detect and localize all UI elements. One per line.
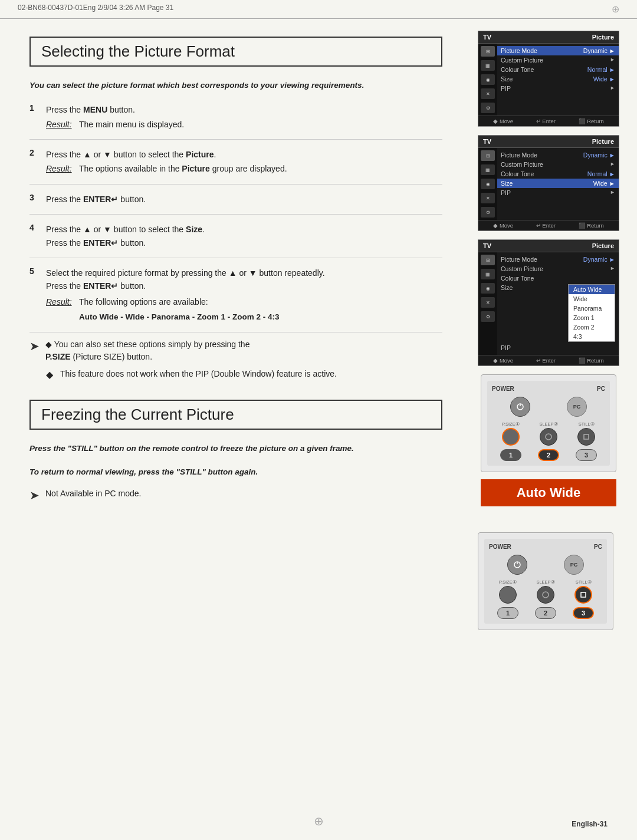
remote-1-power-btn[interactable] — [510, 397, 530, 417]
remote-2-num-3[interactable]: 3 — [573, 607, 594, 619]
remote-2-pc-label: PC — [594, 543, 602, 550]
tv-menu-2-tv-label: TV — [483, 138, 491, 145]
remote-2-num-1[interactable]: 1 — [497, 607, 518, 619]
svg-rect-7 — [581, 592, 586, 597]
remote-2-btn-row: P.SIZE① SLEEP② STILL③ — [489, 579, 602, 604]
dropdown-option-zoom2: Zoom 2 — [569, 322, 615, 332]
tv-menu2-icon-5: ⚙ — [481, 207, 495, 218]
remote-1-sleep-group: SLEEP② — [539, 421, 557, 446]
step-1-result-label: Result: — [46, 118, 74, 131]
remote-1: POWER PC PC — [481, 374, 616, 472]
step-2-result-label: Result: — [46, 162, 74, 175]
step-2: 2 Press the ▲ or ▼ button to select the … — [29, 148, 442, 176]
tv-menu-2-footer: ◆ Move ↵ Enter ⬛ Return — [478, 220, 619, 230]
tv-menu-1-footer: ◆ Move ↵ Enter ⬛ Return — [478, 116, 619, 126]
dropdown-option-zoom1: Zoom 1 — [569, 313, 615, 322]
remote-1-num-2[interactable]: 2 — [538, 449, 559, 461]
tv-menu-1-tv-label: TV — [483, 34, 491, 41]
step-4-content: Press the ▲ or ▼ button to select the Si… — [46, 223, 442, 249]
tv-row-3-5: PIP — [497, 343, 619, 353]
remote-2-psize-btn[interactable] — [499, 586, 517, 604]
svg-point-6 — [543, 592, 549, 598]
step-3-content: Press the ENTER↵ button. — [46, 193, 442, 206]
tv-menu-2-icons: ⊞ ▦ ◉ ✕ ⚙ — [478, 148, 497, 220]
remote-2-top-row: POWER PC — [489, 543, 602, 550]
section2: Freezing the Current Picture Press the "… — [29, 400, 442, 505]
step-2-result-text: The options available in the Picture gro… — [79, 162, 287, 175]
step-5-line1: Select the required picture format by pr… — [46, 266, 442, 279]
step-1-result-text: The main menu is displayed. — [79, 118, 184, 131]
remote-2-sleep-label: SLEEP② — [536, 579, 554, 585]
tip-2-text: This feature does not work when the PIP … — [60, 368, 337, 380]
step-2-content: Press the ▲ or ▼ button to select the Pi… — [46, 148, 442, 176]
tv-row-2-4: Size Wide ► — [497, 179, 619, 188]
step-5: 5 Select the required picture format by … — [29, 266, 442, 324]
tv-icon-3: ◉ — [481, 74, 495, 85]
tv-menu2-icon-4: ✕ — [481, 193, 495, 203]
page-container: 02-BN68-00437D-01Eng 2/9/04 3:26 AM Page… — [0, 0, 637, 840]
remote-1-sleep-btn[interactable] — [540, 428, 557, 446]
reg-mark-header: ⊕ — [612, 4, 619, 15]
tv-row-2-3: Colour Tone Normal ► — [497, 169, 619, 179]
tv-menu-3-tv-label: TV — [483, 242, 491, 249]
tv-menu-3-footer-return: ⬛ Return — [579, 357, 604, 364]
tv-menu-3-rows: Picture Mode Dynamic ► Custom Picture ► … — [497, 252, 619, 355]
step-3: 3 Press the ENTER↵ button. — [29, 193, 442, 206]
section2-intro1: Press the "STILL" button on the remote c… — [29, 443, 442, 454]
right-sidebar: TV Picture ⊞ ▦ ◉ ✕ ⚙ Picture Mode Dyna — [466, 19, 637, 526]
step-5-result-label: Result: — [46, 295, 74, 308]
dropdown-option-wide: Wide — [569, 294, 615, 304]
remote-2-power-btn[interactable] — [507, 555, 527, 575]
step-1-num: 1 — [29, 103, 40, 113]
remote-2-psize-group: P.SIZE① — [499, 579, 517, 604]
step-2-suffix: . — [214, 150, 216, 159]
remote-2-still-label: STILL③ — [576, 579, 592, 585]
tv-row-1-1: Picture Mode Dynamic ► — [497, 46, 619, 55]
step-1-result: Result: The main menu is displayed. — [46, 118, 442, 131]
remote-2-still-btn[interactable] — [574, 586, 592, 604]
tv-row-1-2: Custom Picture ► — [497, 55, 619, 65]
tv-row-2-5: PIP ► — [497, 188, 619, 197]
remote-2-power-label: POWER — [489, 543, 511, 550]
remote-1-inner: POWER PC PC — [487, 381, 610, 466]
section2-tip: ➤ Not Available in PC mode. — [29, 487, 442, 504]
page-footer: English-31 — [572, 820, 608, 828]
tv-row-3-2: Custom Picture ► — [497, 264, 619, 274]
section2-tip-arrow-icon: ➤ — [29, 486, 40, 504]
tv-menu-2-header: TV Picture — [478, 136, 619, 148]
remote-2: POWER PC PC — [478, 532, 613, 630]
step-2-result: Result: The options available in the Pic… — [46, 162, 442, 175]
tv-menu-3-icons: ⊞ ▦ ◉ ✕ ⚙ — [478, 252, 497, 355]
remote-2-num-2[interactable]: 2 — [535, 607, 556, 619]
remote-1-num-1[interactable]: 1 — [500, 449, 521, 461]
remote-1-pc-btn[interactable]: PC — [567, 397, 587, 417]
section1-title: Selecting the Picture Format — [29, 37, 442, 67]
remote-2-sleep-btn[interactable] — [537, 586, 554, 604]
tip-1-text: ◆ You can also set these options simply … — [45, 338, 249, 363]
reg-mark-bottom: ⊕ — [314, 814, 324, 828]
remote-1-nums: 1 2 3 — [492, 449, 605, 461]
remote-1-still-btn[interactable] — [577, 428, 595, 446]
remote-1-psize-btn[interactable] — [502, 428, 520, 446]
remote-2-pc-btn[interactable]: PC — [564, 555, 584, 575]
footer-page-label: English-31 — [572, 820, 608, 828]
tv-menu-1-footer-enter: ↵ Enter — [536, 118, 556, 124]
step-5-options: Auto Wide - Wide - Panorama - Zoom 1 - Z… — [79, 311, 442, 324]
main-layout: Selecting the Picture Format You can sel… — [0, 19, 637, 526]
tips-section: ➤ ◆ You can also set these options simpl… — [29, 332, 442, 382]
tv-menu3-icon-4: ✕ — [481, 297, 495, 308]
tv-menu-1-icons: ⊞ ▦ ◉ ✕ ⚙ — [478, 44, 497, 116]
remote-1-num-3[interactable]: 3 — [576, 449, 597, 461]
tv-menu-1-header: TV Picture — [478, 31, 619, 44]
dropdown-option-autowide: Auto Wide — [569, 285, 615, 294]
tv-menu-3-footer: ◆ Move ↵ Enter ⬛ Return — [478, 355, 619, 365]
steps-divider-4 — [29, 258, 442, 258]
remote-2-psize-label: P.SIZE① — [499, 579, 517, 585]
step-4-line2: Press the ENTER↵ button. — [46, 236, 442, 249]
header-strip: 02-BN68-00437D-01Eng 2/9/04 3:26 AM Page… — [0, 0, 637, 19]
tip-2-bullet-icon: ◆ — [46, 368, 54, 382]
step-4-line1: Press the ▲ or ▼ button to select the Si… — [46, 223, 442, 236]
tv-row-1-4: Size Wide ► — [497, 74, 619, 84]
step-5-result: Result: The following options are availa… — [46, 295, 442, 308]
step-4-num: 4 — [29, 223, 40, 232]
